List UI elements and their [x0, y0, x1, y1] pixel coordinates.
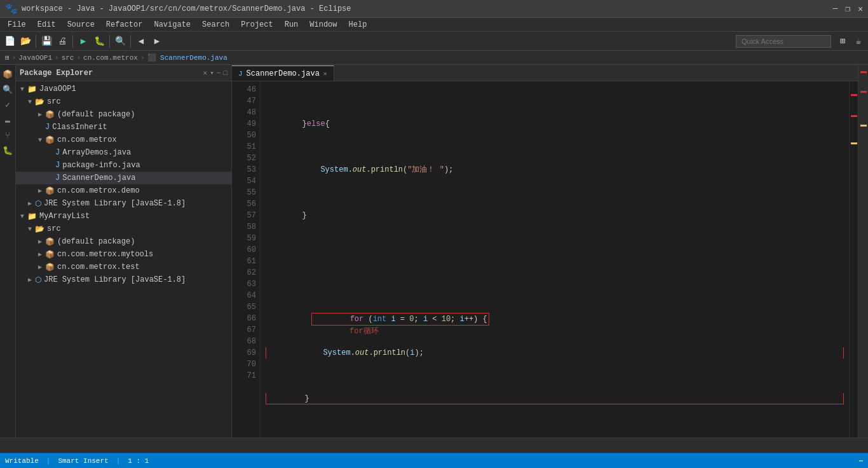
- editor-area: J ScannerDemo.java ✕ 46 47 48 49 50 51 5…: [232, 65, 858, 437]
- toolbar: 📄 📂 💾 🖨 ▶ 🐛 🔍 ◀ ▶ ⊞ ☕: [0, 32, 868, 51]
- sidebar-icon-search[interactable]: 🔍: [1, 83, 15, 97]
- tab-scannerdemo[interactable]: J ScannerDemo.java ✕: [232, 65, 334, 81]
- minimize-button[interactable]: —: [833, 4, 838, 14]
- sidebar-icon-packages[interactable]: 📦: [1, 67, 15, 81]
- tree-default-package[interactable]: ▶ 📦 (default package): [16, 108, 231, 121]
- toolbar-forward[interactable]: ▶: [150, 34, 164, 48]
- breadcrumb: ⊞ › JavaOOP1 › src › cn.com.metrox › ⬛ S…: [0, 51, 868, 65]
- status-writable: Writable: [5, 457, 39, 465]
- toolbar-save[interactable]: 💾: [39, 34, 53, 48]
- tree-src-2[interactable]: ▼ 📂 src: [16, 223, 231, 235]
- sidebar-icon-debug[interactable]: 🐛: [1, 144, 15, 158]
- toolbar-search[interactable]: 🔍: [113, 34, 127, 48]
- breadcrumb-package[interactable]: cn.com.metrox: [83, 54, 138, 62]
- menu-project[interactable]: Project: [236, 18, 278, 32]
- pe-maximize-icon[interactable]: □: [223, 69, 227, 77]
- menu-help[interactable]: Help: [344, 18, 372, 32]
- toolbar-sep-2: [72, 35, 73, 48]
- toolbar-open[interactable]: 📂: [18, 34, 32, 48]
- code-line-51: System.out.println(i);: [266, 347, 844, 359]
- sidebar-right: [858, 65, 868, 437]
- toolbar-sep-3: [109, 35, 110, 48]
- code-content[interactable]: }else{ System.out.println("加油！ "); } for…: [261, 81, 849, 437]
- code-line-50: for (int i = 0; i < 10; i++) { for循环: [266, 301, 844, 313]
- tree-javaoop1[interactable]: ▼ 📁 JavaOOP1: [16, 83, 231, 95]
- close-button[interactable]: ✕: [858, 4, 863, 14]
- tree-test[interactable]: ▶ 📦 cn.com.metrox.test: [16, 261, 231, 273]
- pe-minimize-icon[interactable]: −: [217, 69, 221, 77]
- menu-window[interactable]: Window: [304, 18, 342, 32]
- toolbar-print[interactable]: 🖨: [55, 34, 69, 48]
- main-layout: 📦 🔍 ✓ ▬ ⑂ 🐛 Package Explorer ✕ ▾ − □ ▼ 📁…: [0, 65, 868, 437]
- tab-close-icon[interactable]: ✕: [323, 70, 327, 78]
- tree-arraydemos[interactable]: J ArrayDemos.java: [16, 146, 231, 159]
- restore-button[interactable]: ❐: [845, 4, 850, 14]
- code-line-48: }: [266, 210, 844, 221]
- package-explorer-tree: ▼ 📁 JavaOOP1 ▼ 📂 src ▶ 📦 (default packag…: [16, 81, 231, 437]
- line-numbers: 46 47 48 49 50 51 52 53 54 55 56 57 58 5…: [232, 81, 261, 437]
- menu-navigate[interactable]: Navigate: [149, 18, 196, 32]
- ruler-mark-1: [851, 94, 857, 96]
- ruler-annotation-3: [860, 125, 867, 127]
- toolbar-perspective[interactable]: ⊞: [836, 34, 850, 48]
- tree-mytools[interactable]: ▶ 📦 cn.com.metrox.mytools: [16, 248, 231, 261]
- tree-jre-1[interactable]: ▶ ⬡ JRE System Library [JavaSE-1.8]: [16, 197, 231, 210]
- menubar: File Edit Source Refactor Navigate Searc…: [0, 18, 868, 32]
- pe-menu-icon[interactable]: ▾: [210, 69, 214, 77]
- package-explorer-header: Package Explorer ✕ ▾ − □: [16, 65, 231, 81]
- menu-edit[interactable]: Edit: [32, 18, 61, 32]
- ruler-mark-3: [851, 142, 857, 144]
- code-line-47: System.out.println("加油！ ");: [266, 164, 844, 176]
- tree-default-package-2[interactable]: ▶ 📦 (default package): [16, 235, 231, 248]
- tree-package-info[interactable]: J package-info.java: [16, 159, 231, 172]
- tab-label: ScannerDemo.java: [247, 69, 320, 78]
- code-line-46: }else{: [266, 118, 844, 130]
- quick-access-input[interactable]: [736, 35, 831, 48]
- code-line-52: }: [266, 393, 844, 404]
- tree-jre-2[interactable]: ▶ ⬡ JRE System Library [JavaSE-1.8]: [16, 273, 231, 286]
- tree-scannerdemo[interactable]: J ScannerDemo.java: [16, 172, 231, 184]
- status-smart-insert: Smart Insert: [58, 457, 108, 465]
- status-icons: ⋯: [858, 457, 863, 465]
- bottom-tabs: [0, 437, 868, 453]
- pe-close-icon[interactable]: ✕: [203, 69, 208, 77]
- breadcrumb-file[interactable]: ⬛ ScannerDemo.java: [147, 53, 227, 62]
- tree-src-1[interactable]: ▼ 📂 src: [16, 95, 231, 108]
- ruler-annotation-2: [860, 91, 867, 93]
- menu-search[interactable]: Search: [197, 18, 234, 32]
- toolbar-back[interactable]: ◀: [134, 34, 148, 48]
- toolbar-sep-4: [130, 35, 131, 48]
- editor-tabs: J ScannerDemo.java ✕: [232, 65, 858, 81]
- tree-cn-com-metrox[interactable]: ▼ 📦 cn.com.metrox: [16, 134, 231, 146]
- tree-myarraylist[interactable]: ▼ 📁 MyArrayList: [16, 210, 231, 223]
- sidebar-icon-console[interactable]: ▬: [1, 113, 15, 127]
- toolbar-debug[interactable]: 🐛: [92, 34, 106, 48]
- toolbar-run[interactable]: ▶: [76, 34, 90, 48]
- sidebar-icon-git[interactable]: ⑂: [1, 128, 15, 142]
- titlebar-controls: — ❐ ✕: [833, 4, 863, 14]
- menu-refactor[interactable]: Refactor: [101, 18, 148, 32]
- ruler-annotation-1: [860, 71, 867, 73]
- tab-java-icon: J: [238, 70, 243, 78]
- sidebar-icon-tasks[interactable]: ✓: [1, 98, 15, 112]
- status-position: 1 : 1: [128, 457, 149, 465]
- tree-classinherit[interactable]: J ClassInherit: [16, 121, 231, 134]
- menu-file[interactable]: File: [3, 18, 31, 32]
- breadcrumb-src[interactable]: src: [62, 54, 74, 62]
- package-explorer-panel: Package Explorer ✕ ▾ − □ ▼ 📁 JavaOOP1 ▼ …: [16, 65, 232, 437]
- sidebar-left: 📦 🔍 ✓ ▬ ⑂ 🐛: [0, 65, 16, 437]
- breadcrumb-project[interactable]: JavaOOP1: [18, 54, 52, 62]
- menu-source[interactable]: Source: [62, 18, 100, 32]
- toolbar-sep-1: [36, 35, 36, 48]
- code-line-49: [266, 256, 844, 267]
- statusbar: Writable | Smart Insert | 1 : 1 ⋯: [0, 453, 868, 468]
- code-editor: 46 47 48 49 50 51 52 53 54 55 56 57 58 5…: [232, 81, 858, 437]
- breadcrumb-workspace: ⊞: [5, 53, 10, 62]
- titlebar: 🐾 workspace - Java - JavaOOP1/src/cn/com…: [0, 0, 868, 18]
- menu-run[interactable]: Run: [280, 18, 304, 32]
- toolbar-new[interactable]: 📄: [3, 34, 17, 48]
- overview-ruler: [849, 81, 858, 437]
- tree-cn-com-metrox-demo[interactable]: ▶ 📦 cn.com.metrox.demo: [16, 184, 231, 197]
- ruler-mark-2: [851, 115, 857, 117]
- toolbar-java-perspective[interactable]: ☕: [851, 34, 865, 48]
